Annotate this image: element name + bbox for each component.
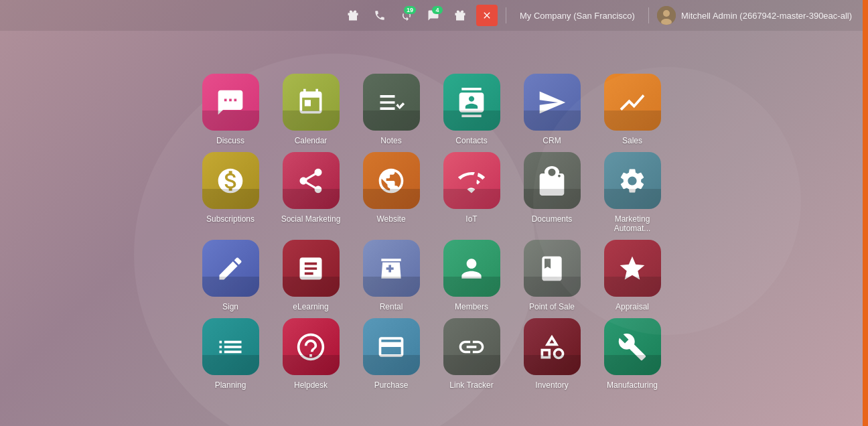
members-icon	[443, 240, 500, 297]
point-of-sale-label: Point of Sale	[529, 302, 575, 311]
calendar-label: Calendar	[295, 136, 328, 145]
app-marketing-automation[interactable]: Marketing Automat...	[595, 152, 669, 233]
calendar-icon	[283, 74, 340, 131]
app-documents[interactable]: Documents	[515, 152, 589, 224]
planning-label: Planning	[215, 380, 246, 390]
crm-icon	[524, 74, 581, 131]
social-marketing-label: Social Marketing	[281, 214, 341, 224]
app-website[interactable]: Website	[354, 152, 428, 224]
app-discuss[interactable]: Discuss	[194, 74, 267, 145]
subscriptions-icon	[202, 152, 259, 209]
app-rental[interactable]: Rental	[354, 240, 428, 311]
user-info[interactable]: Mitchell Admin (2667942-master-390eac-al…	[657, 6, 852, 25]
sales-label: Sales	[622, 136, 642, 145]
rental-label: Rental	[380, 302, 403, 311]
app-crm[interactable]: CRM	[515, 74, 589, 145]
social-marketing-icon	[283, 152, 340, 209]
navbar-divider	[506, 7, 506, 23]
app-members[interactable]: Members	[435, 240, 508, 311]
notes-icon	[363, 74, 420, 131]
website-icon	[363, 152, 420, 209]
svg-point-1	[663, 10, 670, 17]
app-grid: Discuss Calendar Notes	[0, 38, 863, 426]
gift-icon[interactable]	[342, 5, 364, 26]
app-row-4: Planning Helpdesk Purchase	[194, 318, 669, 390]
planning-icon	[202, 318, 259, 375]
inventory-label: Inventory	[535, 380, 568, 390]
app-sign[interactable]: Sign	[194, 240, 267, 311]
app-helpdesk[interactable]: Helpdesk	[274, 318, 348, 390]
elearning-label: eLearning	[293, 302, 328, 311]
app-notes[interactable]: Notes	[354, 74, 428, 145]
activity-icon[interactable]: 19	[396, 5, 417, 26]
contacts-icon	[443, 74, 500, 131]
subscriptions-label: Subscriptions	[206, 214, 255, 224]
app-planning[interactable]: Planning	[194, 318, 267, 390]
notes-label: Notes	[380, 136, 401, 145]
chat-badge: 4	[432, 6, 443, 14]
sales-icon	[604, 74, 661, 131]
website-label: Website	[376, 214, 405, 224]
iot-icon	[443, 152, 500, 209]
purchase-icon	[363, 318, 420, 375]
app-elearning[interactable]: eLearning	[274, 240, 348, 311]
sign-label: Sign	[222, 302, 238, 311]
activity-badge: 19	[404, 6, 416, 14]
gift2-icon[interactable]	[449, 5, 471, 26]
app-appraisal[interactable]: Appraisal	[595, 240, 669, 311]
phone-icon[interactable]	[369, 5, 390, 26]
app-link-tracker[interactable]: Link Tracker	[435, 318, 508, 390]
company-name[interactable]: My Company (San Francisco)	[520, 11, 635, 21]
documents-icon	[524, 152, 581, 209]
elearning-icon	[283, 240, 340, 297]
app-row-2: Subscriptions Social Marketing Website	[194, 152, 669, 233]
discuss-icon	[202, 74, 259, 131]
navbar-divider-2	[648, 7, 649, 23]
chat-icon[interactable]: 4	[423, 5, 444, 26]
app-inventory[interactable]: Inventory	[515, 318, 589, 390]
appraisal-label: Appraisal	[616, 302, 649, 311]
documents-label: Documents	[532, 214, 573, 224]
contacts-label: Contacts	[455, 136, 487, 145]
inventory-icon	[524, 318, 581, 375]
app-row-1: Discuss Calendar Notes	[194, 74, 669, 145]
rental-icon	[363, 240, 420, 297]
app-manufacturing[interactable]: Manufacturing	[595, 318, 669, 390]
avatar	[657, 6, 676, 25]
point-of-sale-icon	[524, 240, 581, 297]
helpdesk-icon	[283, 318, 340, 375]
marketing-automation-label: Marketing Automat...	[595, 214, 669, 233]
top-navbar: 19 4 My Company (San Francisco)	[0, 0, 863, 31]
crm-label: CRM	[542, 136, 561, 145]
app-row-3: Sign eLearning Rental	[194, 240, 669, 311]
app-point-of-sale[interactable]: Point of Sale	[515, 240, 589, 311]
purchase-label: Purchase	[374, 380, 409, 390]
iot-label: IoT	[465, 214, 477, 224]
appraisal-icon	[604, 240, 661, 297]
app-social-marketing[interactable]: Social Marketing	[274, 152, 348, 224]
link-tracker-label: Link Tracker	[449, 380, 493, 390]
discuss-label: Discuss	[216, 136, 244, 145]
user-name: Mitchell Admin (2667942-master-390eac-al…	[681, 11, 852, 21]
manufacturing-icon	[604, 318, 661, 375]
members-label: Members	[455, 302, 488, 311]
marketing-automation-icon	[604, 152, 661, 209]
helpdesk-label: Helpdesk	[294, 380, 328, 390]
app-purchase[interactable]: Purchase	[354, 318, 428, 390]
app-contacts[interactable]: Contacts	[435, 74, 508, 145]
sign-icon	[202, 240, 259, 297]
right-accent-bar	[863, 0, 868, 426]
close-icon[interactable]	[476, 5, 498, 26]
app-subscriptions[interactable]: Subscriptions	[194, 152, 267, 224]
app-iot[interactable]: IoT	[435, 152, 508, 224]
link-tracker-icon	[443, 318, 500, 375]
app-calendar[interactable]: Calendar	[274, 74, 348, 145]
manufacturing-label: Manufacturing	[607, 380, 658, 390]
app-sales[interactable]: Sales	[595, 74, 669, 145]
